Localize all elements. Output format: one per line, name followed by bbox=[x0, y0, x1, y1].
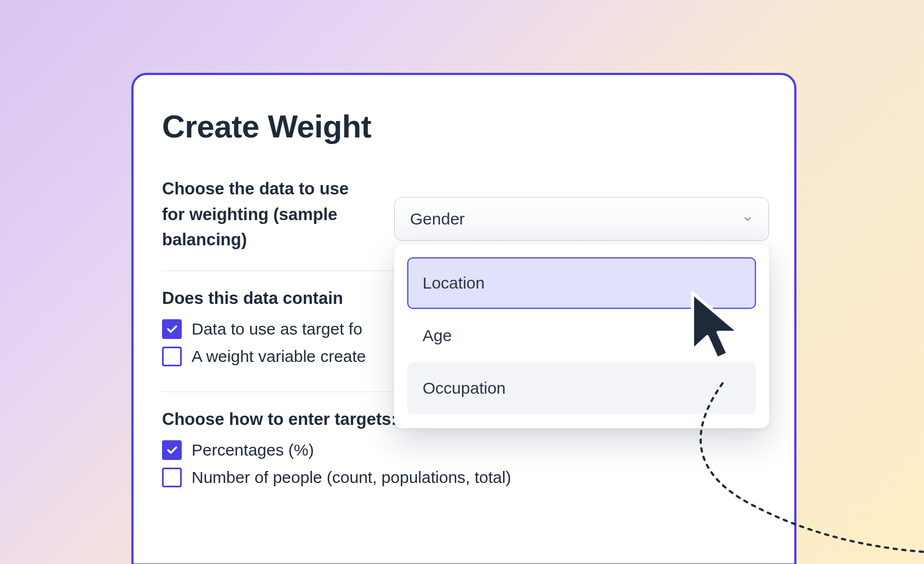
choose-data-label: Choose the data to use for weighting (sa… bbox=[162, 176, 370, 253]
checkbox-count[interactable] bbox=[162, 468, 182, 487]
checkbox-weight-variable[interactable] bbox=[162, 347, 182, 366]
checkbox-row-count: Number of people (count, populations, to… bbox=[162, 468, 766, 487]
checkbox-label-weight-var: A weight variable create bbox=[192, 347, 366, 366]
dropdown-option-occupation[interactable]: Occupation bbox=[407, 362, 756, 414]
checkbox-data-target[interactable] bbox=[162, 319, 182, 339]
checkbox-label-percentages: Percentages (%) bbox=[192, 441, 314, 459]
checkbox-percentages[interactable] bbox=[162, 440, 182, 460]
dropdown-option-age[interactable]: Age bbox=[407, 310, 756, 361]
checkbox-label-target: Data to use as target fo bbox=[192, 320, 362, 338]
select-dropdown: Location Age Occupation bbox=[394, 244, 769, 428]
weighting-data-select[interactable]: Gender bbox=[394, 197, 769, 241]
checkbox-row-percentages: Percentages (%) bbox=[162, 440, 766, 460]
weighting-data-select-container: Gender Location Age Occupation bbox=[394, 197, 769, 241]
check-icon bbox=[165, 444, 178, 457]
checkbox-label-count: Number of people (count, populations, to… bbox=[192, 468, 511, 487]
check-icon bbox=[165, 323, 178, 336]
chevron-down-icon bbox=[742, 214, 753, 225]
select-value: Gender bbox=[410, 210, 465, 228]
panel-title: Create Weight bbox=[162, 108, 766, 145]
dropdown-option-location[interactable]: Location bbox=[407, 257, 756, 309]
